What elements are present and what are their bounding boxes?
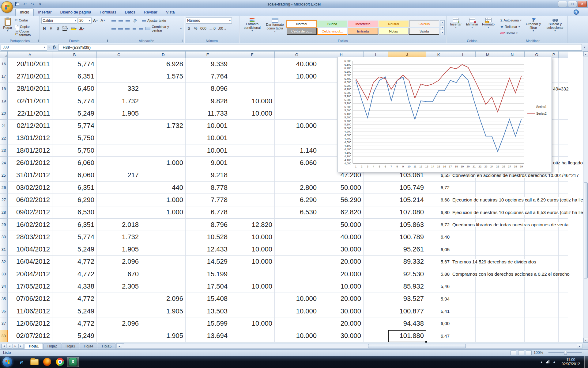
cell-H37[interactable]: 20.000: [319, 317, 364, 330]
autosum-button[interactable]: Σ Autosuma ▾: [499, 17, 522, 23]
font-family-dropdown-icon[interactable]: ▾: [75, 19, 76, 22]
taskbar-excel-active[interactable]: X: [67, 357, 79, 367]
decrease-indent-button[interactable]: [131, 25, 137, 32]
cell-B24[interactable]: 6,060: [52, 157, 97, 169]
ribbon-tab-dise-o-de-p-gina[interactable]: Diseño de página: [56, 9, 95, 16]
cell-P32[interactable]: [549, 256, 559, 268]
cell-N37[interactable]: [500, 317, 525, 330]
cell-C17[interactable]: [97, 70, 141, 82]
cell-N26[interactable]: [500, 182, 525, 194]
zoom-track[interactable]: [548, 352, 582, 353]
row-header-33[interactable]: 33: [0, 268, 8, 280]
cell-I26[interactable]: [364, 182, 388, 194]
maximize-button[interactable]: □: [568, 1, 577, 7]
clear-dropdown-icon[interactable]: ▾: [516, 32, 518, 35]
cell-A22[interactable]: 13/01/2012: [8, 132, 52, 144]
normal-view-button[interactable]: [511, 351, 516, 355]
cell-F20[interactable]: 10.000: [230, 107, 275, 120]
cell-H31[interactable]: 30.000: [319, 243, 364, 255]
cell-K27[interactable]: 6,68: [426, 194, 451, 206]
zoom-level[interactable]: 100%: [533, 351, 543, 355]
cut-button[interactable]: ✂ Cortar: [14, 17, 38, 23]
cell-B23[interactable]: 5,750: [52, 144, 97, 157]
cell-N35[interactable]: [500, 293, 525, 305]
cell-D17[interactable]: 1.575: [141, 70, 186, 82]
zoom-in-icon[interactable]: +: [583, 351, 585, 355]
cell-O35[interactable]: [525, 293, 549, 305]
cell-A37[interactable]: 12/06/2012: [8, 317, 52, 330]
row-header-26[interactable]: 26: [0, 182, 8, 194]
cell-G21[interactable]: 10.000: [275, 120, 319, 132]
row-header-27[interactable]: 27: [0, 194, 8, 206]
row-header-31[interactable]: 31: [0, 243, 8, 255]
cell-C30[interactable]: 1.732: [97, 231, 141, 243]
increase-decimal-button[interactable]: ←.0: [208, 25, 217, 32]
redo-icon[interactable]: ↷: [29, 1, 36, 7]
format-as-table-dropdown-icon[interactable]: ▾: [274, 30, 276, 33]
sheet-tab-hoja3[interactable]: Hoja3: [62, 343, 79, 349]
cell-D21[interactable]: 1.732: [141, 120, 186, 132]
cell-A27[interactable]: 06/02/2012: [8, 194, 52, 206]
cell-L37[interactable]: [451, 317, 476, 330]
underline-button[interactable]: S: [55, 25, 61, 32]
start-button[interactable]: [2, 357, 13, 367]
cell-extra-31[interactable]: [559, 243, 568, 255]
cell-F34[interactable]: 10.000: [230, 280, 275, 293]
cell-J36[interactable]: 100.877: [388, 305, 426, 317]
cell-E33[interactable]: 15.199: [186, 268, 230, 280]
cell-G34[interactable]: [275, 280, 319, 293]
cell-J28[interactable]: 107.080: [388, 206, 426, 219]
wrap-text-button[interactable]: Ajustar texto: [141, 17, 167, 24]
cell-A35[interactable]: 07/06/2012: [8, 293, 52, 305]
cell-D36[interactable]: 1.905: [141, 305, 186, 317]
cell-style-celda-vincul-[interactable]: Celda vincul...: [317, 28, 347, 35]
cell-O38[interactable]: [525, 330, 549, 342]
select-all-corner[interactable]: [0, 52, 8, 58]
column-header-C[interactable]: C: [97, 52, 141, 58]
cell-B28[interactable]: 6,530: [52, 206, 97, 219]
shrink-font-button[interactable]: A▼: [100, 17, 107, 24]
cell-B35[interactable]: 4,772: [52, 293, 97, 305]
fill-button[interactable]: Rellenar ▾: [499, 23, 522, 30]
cell-C24[interactable]: [97, 157, 141, 169]
cell-style-celda-de-co-[interactable]: Celda de co...: [287, 28, 317, 35]
cell-F29[interactable]: 12.820: [230, 219, 275, 231]
cell-G29[interactable]: [275, 219, 319, 231]
cell-A34[interactable]: 17/05/2012: [8, 280, 52, 293]
cell-P38[interactable]: [549, 330, 559, 342]
fill-handle[interactable]: [425, 341, 427, 343]
find-select-dropdown-icon[interactable]: ▾: [554, 29, 556, 32]
cell-extra-35[interactable]: [559, 293, 568, 305]
row-header-28[interactable]: 28: [0, 206, 8, 219]
cell-B29[interactable]: 6,351: [52, 219, 97, 231]
cell-F30[interactable]: 10.000: [230, 231, 275, 243]
cell-P37[interactable]: [549, 317, 559, 330]
cell-A20[interactable]: 22/11/2011: [8, 107, 52, 120]
row-header-22[interactable]: 22: [0, 132, 8, 144]
cancel-entry-icon[interactable]: ×: [48, 45, 50, 49]
ribbon-tab-vista[interactable]: Vista: [162, 9, 179, 16]
taskbar-firefox[interactable]: [41, 357, 53, 367]
cell-D23[interactable]: [141, 144, 186, 157]
font-color-button[interactable]: A▾: [78, 25, 85, 32]
cell-F16[interactable]: [230, 58, 275, 70]
cell-B34[interactable]: 4,338: [52, 280, 97, 293]
cell-N38[interactable]: [500, 330, 525, 342]
cell-B20[interactable]: 5,249: [52, 107, 97, 120]
format-painter-button[interactable]: Copiar formato: [14, 30, 38, 36]
cell-J34[interactable]: 85.932: [388, 280, 426, 293]
cell-style-c-lculo[interactable]: Cálculo: [409, 21, 439, 27]
row-header-34[interactable]: 34: [0, 280, 8, 293]
autosum-dropdown-icon[interactable]: ▾: [520, 19, 522, 22]
conditional-formatting-dropdown-icon[interactable]: ▾: [251, 29, 253, 32]
taskbar-file-explorer[interactable]: [28, 357, 40, 367]
bold-button[interactable]: N: [41, 25, 47, 32]
cell-C37[interactable]: 2.096: [97, 317, 141, 330]
copy-button[interactable]: Copiar: [14, 23, 38, 30]
cell-D28[interactable]: 1.000: [141, 206, 186, 219]
cell-D27[interactable]: 1.000: [141, 194, 186, 206]
last-sheet-icon[interactable]: ►: [18, 344, 24, 349]
cell-F28[interactable]: [230, 206, 275, 219]
cell-J38[interactable]: 101.880: [388, 330, 426, 342]
vertical-scroll-thumb[interactable]: [584, 182, 588, 278]
